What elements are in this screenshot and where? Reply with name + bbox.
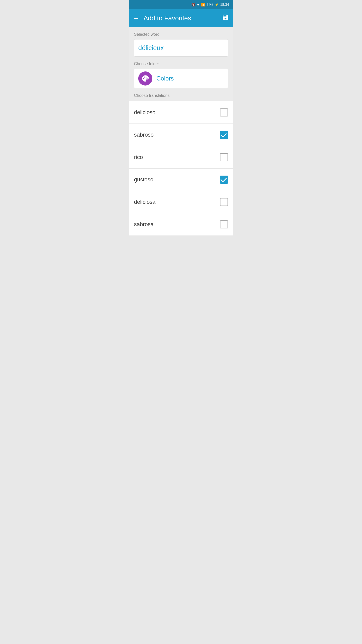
translations-list: deliciososabrosoricogustosodeliciosasabr… — [129, 101, 233, 235]
translation-item[interactable]: sabrosa — [129, 213, 233, 235]
translation-text: sabrosa — [134, 221, 154, 228]
battery-level: 34% — [207, 3, 213, 7]
signal-icon: 📶 — [201, 3, 205, 7]
app-bar-title: Add to Favorites — [144, 14, 191, 22]
folder-icon-circle — [138, 71, 152, 86]
translation-checkbox[interactable] — [220, 153, 228, 161]
status-icons: 🔇 ✹ 📶 34% ⚡ 18:34 — [191, 3, 229, 7]
selected-word-label: Selected word — [134, 32, 228, 37]
selected-word-value: délicieux — [138, 44, 164, 52]
bluetooth-icon: ✹ — [197, 3, 200, 7]
app-bar-left: ← Add to Favorites — [133, 14, 191, 22]
translation-text: rico — [134, 154, 143, 160]
translation-checkbox[interactable] — [220, 108, 228, 116]
back-button[interactable]: ← — [133, 15, 140, 21]
translation-text: sabroso — [134, 132, 154, 138]
translation-item[interactable]: sabroso — [129, 124, 233, 146]
translation-text: gustoso — [134, 176, 153, 183]
save-button[interactable] — [222, 14, 229, 22]
translation-item[interactable]: rico — [129, 146, 233, 169]
status-time: 18:34 — [220, 3, 229, 7]
translation-item[interactable]: deliciosa — [129, 191, 233, 213]
folder-selector[interactable]: Colors — [134, 69, 228, 88]
battery-icon: ⚡ — [215, 3, 219, 7]
word-input-box: délicieux — [134, 39, 228, 57]
translation-item[interactable]: delicioso — [129, 101, 233, 124]
content-area: Selected word délicieux Choose folder Co… — [129, 27, 233, 101]
translation-checkbox[interactable] — [220, 176, 228, 184]
mute-icon: 🔇 — [191, 3, 195, 7]
status-bar: 🔇 ✹ 📶 34% ⚡ 18:34 — [129, 0, 233, 9]
palette-icon — [142, 75, 149, 82]
choose-translations-label: Choose translations — [134, 93, 228, 101]
translation-text: deliciosa — [134, 199, 156, 205]
choose-folder-label: Choose folder — [134, 62, 228, 66]
translation-checkbox[interactable] — [220, 198, 228, 206]
translation-checkbox[interactable] — [220, 220, 228, 228]
folder-name: Colors — [156, 75, 174, 82]
translation-item[interactable]: gustoso — [129, 169, 233, 191]
save-icon — [222, 14, 229, 21]
app-bar: ← Add to Favorites — [129, 9, 233, 27]
translation-text: delicioso — [134, 109, 156, 116]
translation-checkbox[interactable] — [220, 131, 228, 139]
